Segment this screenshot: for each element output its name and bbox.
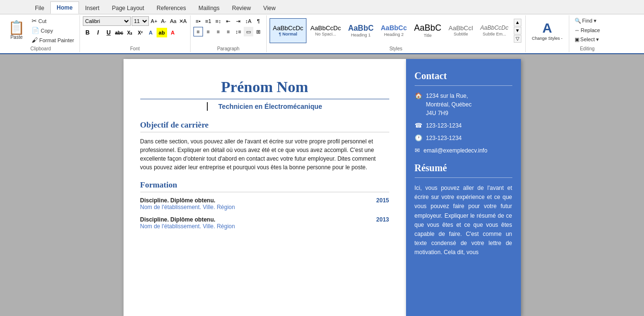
font-group: Calibri 11 A+ A- Aa ✕A B I U abc X₂ X <box>80 15 191 52</box>
select-button[interactable]: ▣ Select ▾ <box>572 35 602 44</box>
edu-entry-2: Discipline. Diplôme obtenu. 2013 Nom de … <box>140 216 389 230</box>
copy-icon: 📄 <box>32 27 39 34</box>
align-left-button[interactable]: ≡ <box>193 27 203 36</box>
tab-review[interactable]: Review <box>226 1 257 14</box>
font-family-select[interactable]: Calibri <box>83 16 131 26</box>
strikethrough-button[interactable]: abc <box>114 28 124 37</box>
text-cursor <box>207 102 208 111</box>
style-subtle-em-preview: AaBbCcDc <box>480 24 508 31</box>
style-subtle-em[interactable]: AaBbCcDc Subtle Em... <box>477 18 512 43</box>
document-title: Prénom Nom <box>140 78 389 96</box>
subscript-button[interactable]: X₂ <box>125 28 135 37</box>
underline-button[interactable]: U <box>104 28 113 37</box>
document-scroll[interactable]: Prénom Nom Technicien en Électromécaniqu… <box>0 54 644 316</box>
tab-insert[interactable]: Insert <box>79 1 106 14</box>
align-center-button[interactable]: ≡ <box>203 27 213 36</box>
style-heading1-label: Heading 1 <box>351 33 371 37</box>
contact-phone2-text: 123-123-1234 <box>426 134 462 142</box>
format-painter-icon: 🖌 <box>32 36 38 44</box>
page-sidebar: Contact 🏠 1234 sur la Rue,Montréal, Québ… <box>406 59 521 316</box>
style-heading1-preview: AaBbC <box>348 23 373 33</box>
change-case-button[interactable]: Aa <box>169 17 178 25</box>
edu-degree-2: Discipline. Diplôme obtenu. <box>140 216 215 223</box>
edu-degree-1: Discipline. Diplôme obtenu. <box>140 197 215 204</box>
change-styles-button[interactable]: A Change Styles - <box>529 18 566 43</box>
font-color-button[interactable]: A <box>168 28 178 37</box>
tab-mailings[interactable]: Mailings <box>192 1 226 14</box>
style-subtitle-preview: AaBbCcI <box>449 24 473 32</box>
style-subtle-em-label: Subtle Em... <box>483 32 506 36</box>
tab-references[interactable]: References <box>150 1 192 14</box>
clipboard-group-label: Clipboard <box>30 46 51 51</box>
sort-button[interactable]: ↕A <box>244 16 253 26</box>
style-heading2-label: Heading 2 <box>384 32 404 37</box>
text-highlight-button[interactable]: ab <box>157 28 167 37</box>
style-scroll-down[interactable]: ▼ <box>514 27 521 35</box>
para-row-1: ≡• ≡1 ≡↕ ⇤ ⇥ ↕A ¶ <box>193 16 263 26</box>
style-scroll-up[interactable]: ▲ <box>514 19 521 26</box>
subtitle-wrapper: Technicien en Électromécanique <box>140 102 389 111</box>
cut-label: Cut <box>38 18 46 24</box>
increase-indent-button[interactable]: ⇥ <box>234 16 243 26</box>
section-formation-title: Formation <box>140 180 389 190</box>
change-styles-label: Change Styles - <box>532 36 563 41</box>
find-label: Find ▾ <box>582 18 597 24</box>
justify-button[interactable]: ≡ <box>224 27 233 36</box>
format-painter-button[interactable]: 🖌 Format Painter <box>29 35 77 45</box>
change-styles-group: A Change Styles - <box>526 15 569 52</box>
align-right-button[interactable]: ≡ <box>214 27 223 36</box>
styles-group-label: Styles <box>389 46 402 51</box>
style-heading1[interactable]: AaBbC Heading 1 <box>345 18 377 43</box>
replace-button[interactable]: ↔ Replace <box>572 26 602 35</box>
edu-school-2: Nom de l'établissement. Ville. Région <box>140 223 389 230</box>
style-more[interactable]: ▽ <box>514 35 521 43</box>
line-spacing-button[interactable]: ↕≡ <box>234 27 243 36</box>
tab-view[interactable]: View <box>257 1 282 14</box>
document: Prénom Nom Technicien en Électromécaniqu… <box>124 59 521 316</box>
decrease-indent-button[interactable]: ⇤ <box>224 16 233 26</box>
document-subtitle: Technicien en Électromécanique <box>210 103 322 110</box>
style-scroll-controls: ▲ ▼ ▽ <box>513 18 522 44</box>
styles-gallery: AaBbCcDc ¶ Normal AaBbCcDc No Spaci... A… <box>270 18 512 43</box>
tab-file[interactable]: File <box>29 1 50 14</box>
italic-button[interactable]: I <box>93 28 103 37</box>
tab-page-layout[interactable]: Page Layout <box>106 1 150 14</box>
multilevel-list-button[interactable]: ≡↕ <box>214 16 223 26</box>
numbered-list-button[interactable]: ≡1 <box>203 16 213 26</box>
para-row-2: ≡ ≡ ≡ ≡ ↕≡ ▭ ⊞ <box>193 27 263 36</box>
contact-email-text: email@exempledecv.info <box>424 146 487 155</box>
styles-group: AaBbCcDc ¶ Normal AaBbCcDc No Spaci... A… <box>267 15 526 52</box>
select-label: Select ▾ <box>580 36 599 43</box>
borders-button[interactable]: ⊞ <box>254 27 263 36</box>
sidebar-resume-body: Ici, vous pouvez aller de l'avant et écr… <box>415 184 512 257</box>
format-painter-label: Format Painter <box>39 37 74 43</box>
shading-button[interactable]: ▭ <box>244 27 253 36</box>
style-title[interactable]: AaBbC Title <box>411 18 445 43</box>
style-normal[interactable]: AaBbCcDc ¶ Normal <box>270 18 307 43</box>
style-subtitle[interactable]: AaBbCcI Subtitle <box>445 18 476 43</box>
font-size-select[interactable]: 11 <box>132 16 149 26</box>
contact-phone1-text: 123-123-1234 <box>426 121 462 130</box>
clear-formatting-button[interactable]: ✕A <box>179 17 187 25</box>
show-formatting-button[interactable]: ¶ <box>254 16 263 26</box>
paste-button[interactable]: 📋 Paste <box>5 20 28 41</box>
title-divider <box>140 99 389 99</box>
text-effect-button[interactable]: A <box>146 28 156 37</box>
bold-button[interactable]: B <box>83 28 92 37</box>
style-heading2[interactable]: AaBbCc Heading 2 <box>377 18 410 43</box>
find-button[interactable]: 🔍 Find ▾ <box>572 16 599 25</box>
bullet-list-button[interactable]: ≡• <box>193 16 203 26</box>
contact-address-text: 1234 sur la Rue,Montréal, QuébecJ4U 7H9 <box>426 92 472 117</box>
tab-home[interactable]: Home <box>50 1 79 14</box>
edu-school-1: Nom de l'établissement. Ville. Région <box>140 204 389 211</box>
style-normal-preview: AaBbCcDc <box>273 24 304 32</box>
decrease-font-button[interactable]: A- <box>159 17 168 25</box>
increase-font-button[interactable]: A+ <box>150 17 158 25</box>
copy-button[interactable]: 📄 Copy <box>29 26 77 35</box>
superscript-button[interactable]: X² <box>136 28 145 37</box>
style-no-spacing-label: No Spaci... <box>315 32 336 36</box>
style-no-spacing[interactable]: AaBbCcDc No Spaci... <box>307 18 344 43</box>
page-main[interactable]: Prénom Nom Technicien en Électromécaniqu… <box>124 59 406 316</box>
cut-button[interactable]: ✂ Cut <box>29 16 77 25</box>
address-icon: 🏠 <box>415 92 422 99</box>
